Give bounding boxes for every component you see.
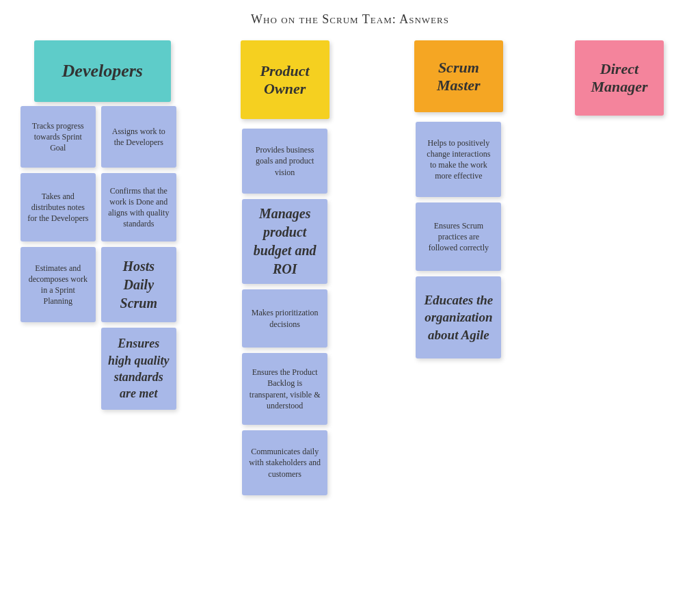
dev-row-3: Estimates and decomposes work in a Sprin… bbox=[21, 247, 185, 322]
po-note-communicates: Communicates daily with stakeholders and… bbox=[242, 430, 327, 495]
dev-row-4: Ensures high quality standards are met bbox=[21, 328, 185, 410]
direct-manager-header: Direct Manager bbox=[575, 40, 664, 116]
po-note-makes: Makes prioritization decisions bbox=[242, 289, 327, 348]
sm-note-helps: Helps to positively change interactions … bbox=[416, 122, 501, 197]
page-title: Who on the Scrum Team: Asnwers bbox=[0, 12, 700, 27]
dev-row-2: Takes and distributes notes for the Deve… bbox=[21, 173, 185, 241]
dev-note-confirms: Confirms that the work is Done and align… bbox=[101, 173, 176, 241]
direct-manager-column: Direct Manager bbox=[546, 40, 693, 120]
dev-note-ensures-quality: Ensures high quality standards are met bbox=[101, 328, 176, 410]
dev-note-assigns: Assigns work to the Developers bbox=[101, 106, 176, 168]
po-note-ensures-backlog: Ensures the Product Backlog is transpare… bbox=[242, 353, 327, 425]
developers-notes: Tracks progress towards Sprint Goal Assi… bbox=[21, 106, 185, 410]
sm-note-educates: Educates the organization about Agile bbox=[416, 276, 501, 358]
main-columns: Developers Tracks progress towards Sprin… bbox=[0, 40, 700, 495]
po-note-provides: Provides business goals and product visi… bbox=[242, 129, 327, 194]
sm-note-ensures: Ensures Scrum practices are followed cor… bbox=[416, 202, 501, 271]
dev-note-tracks: Tracks progress towards Sprint Goal bbox=[21, 106, 96, 168]
dev-note-estimates: Estimates and decomposes work in a Sprin… bbox=[21, 247, 96, 322]
product-owner-header: Product Owner bbox=[241, 40, 329, 119]
dev-row-1: Tracks progress towards Sprint Goal Assi… bbox=[21, 106, 185, 168]
developers-column: Developers Tracks progress towards Sprin… bbox=[7, 40, 198, 410]
scrum-master-column: Scrum Master Helps to positively change … bbox=[372, 40, 546, 358]
scrum-master-header: Scrum Master bbox=[414, 40, 503, 112]
dev-note-hosts: Hosts Daily Scrum bbox=[101, 247, 176, 322]
product-owner-column: Product Owner Provides business goals an… bbox=[198, 40, 372, 495]
developers-header: Developers bbox=[34, 40, 171, 102]
dev-note-takes: Takes and distributes notes for the Deve… bbox=[21, 173, 96, 241]
po-note-manages: Manages product budget and ROI bbox=[242, 199, 327, 284]
